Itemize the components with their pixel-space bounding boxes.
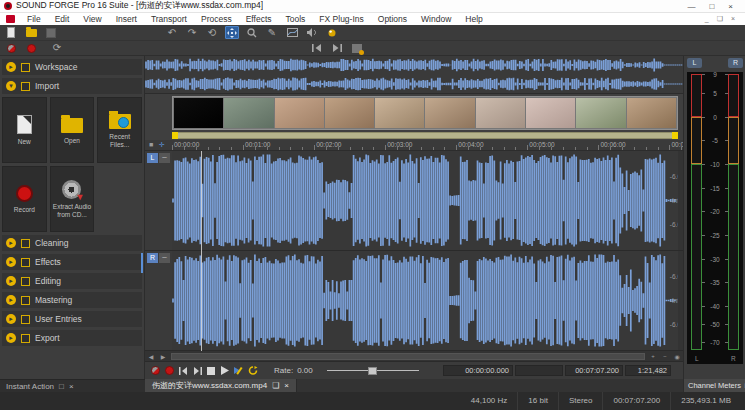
menu-fx-plug-ins[interactable]: FX Plug-Ins <box>312 13 370 25</box>
doc-close-button[interactable]: × <box>731 15 735 23</box>
lock-icon[interactable]: ■ <box>149 141 153 148</box>
loop-region-bar[interactable] <box>172 132 678 139</box>
sidebar-section-cleaning[interactable]: ▸ Cleaning <box>2 235 142 251</box>
redo-button[interactable]: ↷ <box>185 26 199 39</box>
loop-button[interactable] <box>246 364 260 377</box>
rate-slider-handle[interactable] <box>368 367 377 375</box>
record-remote-button[interactable] <box>148 364 162 377</box>
paint-tool-button[interactable] <box>325 26 339 39</box>
loop-end-marker[interactable] <box>672 132 678 139</box>
play-plugin-chain-button[interactable] <box>232 364 246 377</box>
meter-right-button[interactable]: R <box>728 58 743 68</box>
record-button-top[interactable] <box>24 42 38 55</box>
loop-start-marker[interactable] <box>172 132 178 139</box>
undo-button[interactable]: ↶ <box>165 26 179 39</box>
menu-transport[interactable]: Transport <box>144 13 194 25</box>
sidebar-section-workspace[interactable]: ▸ Workspace <box>2 59 142 75</box>
menu-process[interactable]: Process <box>194 13 239 25</box>
doc-minimize-button[interactable]: _ <box>705 15 709 23</box>
zoom-tool-button[interactable]: ◉ <box>671 353 683 360</box>
marker-tool-icon[interactable]: ✛ <box>159 141 165 149</box>
sidebar-section-export[interactable]: ▸ Export <box>2 330 142 346</box>
rate-slider[interactable] <box>327 364 419 377</box>
import-recent-files-button[interactable]: Recent Files... <box>97 97 142 163</box>
time-ruler[interactable]: ■ ✛ 00:00:0000:01:0000:02:0000:03:0000:0… <box>145 140 683 151</box>
open-file-button[interactable] <box>24 26 38 39</box>
channel-left-minimize-button[interactable]: – <box>159 153 170 163</box>
save-button[interactable] <box>44 26 58 39</box>
menu-options[interactable]: Options <box>371 13 414 25</box>
instant-action-tab[interactable]: Instant Action □ × <box>0 379 145 392</box>
menu-tools[interactable]: Tools <box>279 13 313 25</box>
snapshot-button[interactable] <box>350 42 364 55</box>
audio-event-tool-button[interactable] <box>305 26 319 39</box>
menu-insert[interactable]: Insert <box>109 13 144 25</box>
ruler-tick <box>669 145 670 150</box>
tab-restore-icon[interactable]: ❏ <box>272 381 279 390</box>
go-to-start-button[interactable] <box>176 364 190 377</box>
menu-help[interactable]: Help <box>458 13 489 25</box>
tab-close-icon[interactable]: × <box>284 381 289 390</box>
pencil-icon: ✎ <box>268 28 276 38</box>
magnify-tool-button[interactable] <box>245 26 259 39</box>
scrollbar-thumb[interactable] <box>171 353 645 360</box>
meter-left-button[interactable]: L <box>687 58 702 68</box>
pencil-tool-button[interactable]: ✎ <box>265 26 279 39</box>
sidebar-section-import[interactable]: ▾ Import <box>2 78 142 94</box>
pin-icon[interactable]: □ <box>59 382 64 391</box>
horizontal-scrollbar[interactable]: ◀ ▶ + − ◉ <box>145 351 683 362</box>
doc-restore-button[interactable]: ❏ <box>717 15 723 23</box>
zoom-in-time-button[interactable]: + <box>647 353 659 359</box>
menu-view[interactable]: View <box>76 13 108 25</box>
meter-display[interactable]: L R 950-5-10-15-20-25-30-35-40-50-70 <box>687 72 743 364</box>
import-open-button[interactable]: Open <box>50 97 95 163</box>
meter-zone <box>728 117 739 164</box>
ruler-tick <box>610 147 611 150</box>
menu-file[interactable]: File <box>20 13 48 25</box>
import-new-button[interactable]: New <box>2 97 47 163</box>
go-to-end-button[interactable] <box>190 364 204 377</box>
minimize-button[interactable]: — <box>687 1 695 12</box>
channel-right[interactable]: R – -6.0 -Inf. -6.0 <box>145 251 683 351</box>
import-record-button[interactable]: Record <box>2 166 47 232</box>
import-extract-cd-button[interactable]: Extract Audio from CD... <box>50 166 95 232</box>
stop-button[interactable] <box>204 364 218 377</box>
overview-waveform[interactable] <box>145 56 683 94</box>
zoom-out-time-button[interactable]: − <box>659 353 671 359</box>
sidebar-section-editing[interactable]: ▸ Editing <box>2 273 142 289</box>
waveform-left[interactable] <box>172 151 678 250</box>
menu-edit[interactable]: Edit <box>48 13 77 25</box>
close-icon[interactable]: × <box>69 382 74 391</box>
close-button[interactable]: × <box>728 1 733 12</box>
edit-tool-button[interactable] <box>225 26 239 39</box>
channel-right-minimize-button[interactable]: – <box>159 253 170 263</box>
record-remote-button[interactable] <box>4 42 18 55</box>
channels-area[interactable]: L – -6.0 -Inf. -6.0 R – -6.0 -Inf. -6.0 <box>145 151 683 351</box>
new-file-button[interactable] <box>4 26 18 39</box>
channel-right-badge[interactable]: R <box>147 253 158 263</box>
envelope-tool-button[interactable] <box>285 26 299 39</box>
sidebar-scroll-indicator[interactable] <box>141 253 143 273</box>
loop-playback-button[interactable]: ⟳ <box>50 42 64 55</box>
waveform-right[interactable] <box>172 251 678 350</box>
sidebar-section-user-entries[interactable]: ▸ User Entries <box>2 311 142 327</box>
scroll-right-button[interactable]: ▶ <box>157 353 169 360</box>
record-button[interactable] <box>162 364 176 377</box>
document-tab[interactable]: 伤逝的安详www.ssdax.com.mp4 ❏ × <box>145 379 297 392</box>
go-to-start-button-top[interactable] <box>310 42 324 55</box>
play-button[interactable] <box>218 364 232 377</box>
maximize-button[interactable]: □ <box>709 1 714 12</box>
meter-scale-label: 0 <box>703 113 727 120</box>
menu-effects[interactable]: Effects <box>239 13 279 25</box>
repeat-button[interactable]: ⟲ <box>205 26 219 39</box>
ruler-tick <box>409 147 410 150</box>
sidebar-section-effects[interactable]: ▸ Effects <box>2 254 142 270</box>
menu-window[interactable]: Window <box>414 13 458 25</box>
sidebar-section-mastering[interactable]: ▸ Mastering <box>2 292 142 308</box>
channel-left[interactable]: L – -6.0 -Inf. -6.0 <box>145 151 683 251</box>
scroll-left-button[interactable]: ◀ <box>145 353 157 360</box>
channel-meters-tab[interactable]: Channel Meters □ <box>684 379 745 392</box>
go-to-end-button-top[interactable] <box>330 42 344 55</box>
workspace-icon <box>21 63 30 72</box>
channel-left-badge[interactable]: L <box>147 153 158 163</box>
